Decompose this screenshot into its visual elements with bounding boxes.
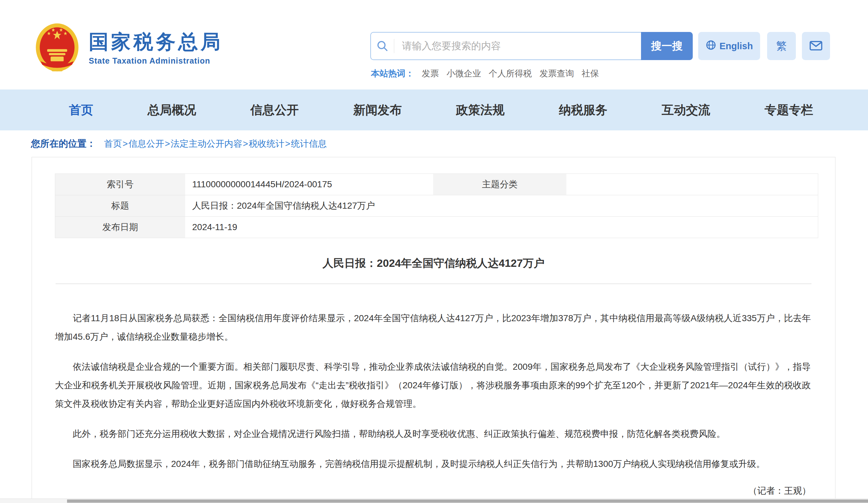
hot-words-label: 本站热词：: [371, 68, 414, 79]
breadcrumb-link-statutory[interactable]: 法定主动公开内容: [171, 138, 242, 150]
article-author: （记者：王观）: [32, 485, 835, 497]
mail-button[interactable]: [802, 32, 830, 60]
nav-item-policies[interactable]: 政策法规: [456, 102, 505, 118]
breadcrumb: 您所在的位置： 首页 > 信息公开 > 法定主动公开内容 > 税收统计 > 统计…: [31, 136, 327, 151]
nav-item-special-topics[interactable]: 专题专栏: [765, 102, 813, 118]
meta-row-title: 标题 人民日报：2024年全国守信纳税人达4127万户: [55, 195, 818, 217]
logo-title: 国家税务总局: [89, 31, 223, 53]
article-paragraph: 国家税务总局数据显示，2024年，税务部门借助征纳互动服务，完善纳税信用提示提醒…: [55, 455, 811, 473]
breadcrumb-label: 您所在的位置：: [31, 138, 96, 150]
meta-row-index: 索引号 11100000000014445H/2024-00175 主题分类: [55, 174, 818, 195]
nav-item-tax-services[interactable]: 纳税服务: [559, 102, 608, 118]
meta-title-label: 标题: [55, 195, 185, 217]
meta-table: 索引号 11100000000014445H/2024-00175 主题分类 标…: [55, 173, 818, 238]
breadcrumb-link-tax-stats[interactable]: 税收统计: [249, 138, 285, 150]
national-emblem-icon: [35, 23, 79, 73]
breadcrumb-separator: >: [243, 139, 248, 149]
meta-index-value: 11100000000014445H/2024-00175: [185, 174, 433, 195]
meta-category-value: [566, 174, 818, 195]
page: 国家税务总局 State Taxation Administration 搜一搜: [0, 0, 868, 503]
nav-item-info-disclosure[interactable]: 信息公开: [250, 102, 299, 118]
breadcrumb-link-info[interactable]: 信息公开: [128, 138, 164, 150]
breadcrumb-link-home[interactable]: 首页: [104, 138, 122, 150]
site-header: 国家税务总局 State Taxation Administration 搜一搜: [0, 0, 868, 90]
breadcrumb-separator: >: [123, 139, 128, 149]
traditional-chinese-button[interactable]: 繁: [767, 32, 796, 60]
search-button[interactable]: 搜一搜: [641, 32, 693, 60]
hot-word-link[interactable]: 发票查询: [539, 68, 574, 79]
hot-word-link[interactable]: 发票: [422, 68, 439, 79]
article-paragraph: 记者11月18日从国家税务总局获悉：全国纳税信用年度评价结果显示，2024年全国…: [55, 309, 811, 346]
hot-words: 本站热词： 发票 小微企业 个人所得税 发票查询 社保: [371, 68, 599, 79]
article-body: 记者11月18日从国家税务总局获悉：全国纳税信用年度评价结果显示，2024年全国…: [32, 284, 835, 473]
meta-index-label: 索引号: [55, 174, 185, 195]
search-icon: [371, 40, 394, 52]
nav-item-interaction[interactable]: 互动交流: [662, 102, 710, 118]
english-button-label: English: [720, 41, 753, 51]
article-title: 人民日报：2024年全国守信纳税人达4127万户: [32, 256, 835, 271]
hot-word-link[interactable]: 个人所得税: [489, 68, 532, 79]
horizontal-scrollbar-thumb[interactable]: [67, 500, 868, 503]
english-button[interactable]: English: [698, 32, 760, 60]
meta-category-label: 主题分类: [433, 174, 566, 195]
main-nav: 首页 总局概况 信息公开 新闻发布 政策法规 纳税服务 互动交流 专题专栏: [0, 90, 868, 130]
article-paragraph: 此外，税务部门还充分运用税收大数据，对企业合规情况进行风险扫描，帮助纳税人及时享…: [55, 425, 811, 443]
hot-word-link[interactable]: 小微企业: [447, 68, 481, 79]
nav-item-home[interactable]: 首页: [69, 102, 93, 118]
meta-row-date: 发布日期 2024-11-19: [55, 217, 818, 238]
logo-link[interactable]: 国家税务总局 State Taxation Administration: [35, 23, 223, 73]
content-panel: 索引号 11100000000014445H/2024-00175 主题分类 标…: [32, 157, 835, 499]
horizontal-scrollbar-track[interactable]: [0, 499, 868, 503]
logo-text: 国家税务总局 State Taxation Administration: [89, 31, 223, 65]
breadcrumb-separator: >: [285, 139, 290, 149]
mail-icon: [809, 40, 823, 52]
globe-icon: [705, 40, 716, 53]
breadcrumb-separator: >: [165, 139, 170, 149]
nav-item-overview[interactable]: 总局概况: [147, 102, 196, 118]
meta-date-value: 2024-11-19: [185, 217, 818, 238]
meta-title-value: 人民日报：2024年全国守信纳税人达4127万户: [185, 195, 818, 217]
search-input[interactable]: [394, 40, 641, 52]
logo-subtitle: State Taxation Administration: [89, 56, 223, 66]
nav-item-news[interactable]: 新闻发布: [353, 102, 402, 118]
hot-word-link[interactable]: 社保: [582, 68, 599, 79]
breadcrumb-link-stat-info[interactable]: 统计信息: [291, 138, 327, 150]
search-bar: 搜一搜: [370, 32, 693, 60]
article-paragraph: 依法诚信纳税是企业合规的一个重要方面。相关部门履职尽责、科学引导，推动企业养成依…: [55, 358, 811, 413]
meta-date-label: 发布日期: [55, 217, 185, 238]
